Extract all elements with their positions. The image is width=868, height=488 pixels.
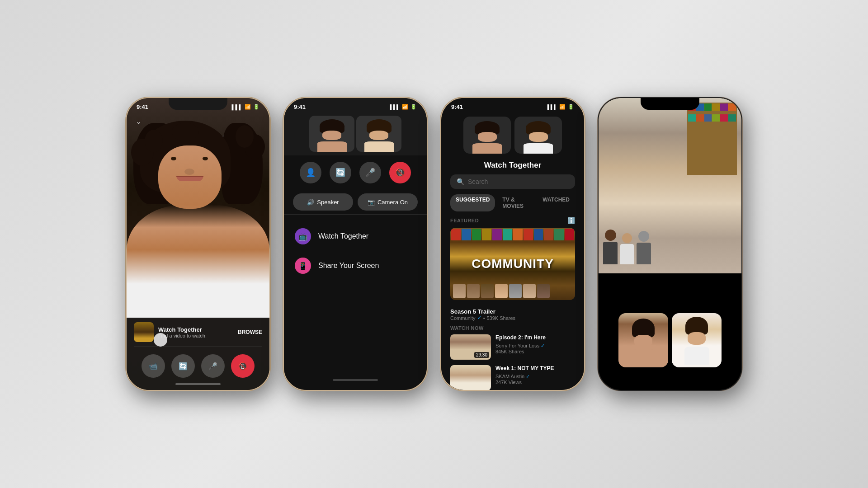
cast-3: [481, 284, 494, 298]
playing-content: [599, 98, 741, 273]
cast-2: [467, 284, 480, 298]
wt-thumbnail: [134, 322, 154, 342]
share-screen-label: Share Your Screen: [318, 262, 379, 270]
wt-browse-button[interactable]: BROWSE: [238, 329, 262, 335]
camera-on-button[interactable]: 📷 Camera On: [358, 193, 418, 211]
battery-3: 🔋: [568, 104, 574, 110]
scene-people: [603, 230, 651, 264]
vid-title-2: Week 1: NOT MY TYPE: [495, 365, 575, 372]
signal-2: ▌▌▌: [390, 104, 400, 109]
ps-head-3: [638, 231, 649, 242]
end-icon-2: 📵: [395, 168, 405, 178]
bookshelves: [687, 103, 737, 175]
thumb-img-2: [450, 365, 491, 390]
phone-3: 9:41 ▌▌▌ 📶 🔋: [440, 97, 585, 391]
pip-face-b: [356, 116, 401, 152]
mute-icon: 🎤: [208, 362, 217, 371]
pip-face-a: [309, 116, 354, 152]
screen-4: [599, 98, 741, 390]
screen-3: 9:41 ▌▌▌ 📶 🔋: [441, 98, 584, 390]
pb-body-2: [364, 141, 394, 152]
status-icons-1: ▌▌▌ 📶 🔋: [232, 104, 259, 110]
add-person-icon: 👤: [306, 168, 316, 178]
playing-bottom: [599, 273, 741, 390]
featured-info: Season 5 Trailer Community ✓ • 539K Shar…: [441, 305, 584, 325]
vid-thumb-1: 29:30: [450, 334, 491, 360]
bottom-bar-1: Watch Together Find a video to watch. BR…: [127, 318, 269, 390]
pip-box-1: [309, 116, 354, 152]
time-2: 9:41: [294, 103, 306, 110]
watch-together-item[interactable]: 📺 Watch Together: [284, 222, 427, 251]
tab-watched[interactable]: WATCHED: [537, 194, 575, 211]
wp-skin-1: [478, 132, 497, 142]
wifi-3: 📶: [559, 104, 566, 110]
ps-body-2: [620, 244, 634, 264]
screen-2: 9:41 ▌▌▌ 📶 🔋: [284, 98, 427, 390]
main-scene: 9:41 ▌▌▌ 📶 🔋 ⌄ 😊: [0, 0, 868, 488]
cast-1: [453, 284, 466, 298]
phone-4: [598, 97, 742, 391]
pb-skin-1: [322, 131, 341, 140]
tab-tv-movies[interactable]: TV & MOVIES: [497, 194, 535, 211]
cast-row: [450, 282, 575, 300]
status-bar-3: 9:41 ▌▌▌ 📶 🔋: [441, 98, 584, 112]
d-pip-body-2: [684, 347, 709, 365]
chevron-icon[interactable]: ⌄: [136, 117, 142, 126]
video-card-1[interactable]: 29:30 Episode 2: I'm Here Sorry For Your…: [441, 334, 584, 365]
share-screen-item[interactable]: 📱 Share Your Screen: [284, 251, 427, 280]
wifi-2: 📶: [402, 104, 408, 110]
cast-7: [537, 284, 550, 298]
community-card[interactable]: COMMUNITY: [450, 228, 575, 300]
end-call-icon: 📵: [238, 362, 247, 371]
verified-1: ✓: [541, 343, 545, 348]
community-meta: Community ✓ • 539K Shares: [450, 315, 575, 321]
search-bar[interactable]: 🔍 Search: [450, 174, 575, 189]
phone-2: 9:41 ▌▌▌ 📶 🔋: [283, 97, 428, 391]
video-icon: 📹: [149, 362, 158, 371]
menu-section: 📺 Watch Together 📱 Share Your Screen: [284, 215, 427, 287]
watch-together-banner[interactable]: Watch Together Find a video to watch. BR…: [134, 322, 262, 342]
wp-body-2: [524, 143, 553, 154]
d-pip-skin-2: [688, 332, 706, 345]
wifi-icon: 📶: [245, 104, 251, 110]
screen-share-icon: 📱: [298, 262, 307, 270]
add-person-button[interactable]: 👤: [300, 162, 321, 183]
info-icon[interactable]: ℹ️: [567, 217, 576, 224]
end-call-2[interactable]: 📵: [389, 162, 411, 183]
mute-button[interactable]: 🎤: [201, 354, 225, 378]
vid-info-1: Episode 2: I'm Here Sorry For Your Loss …: [495, 334, 575, 354]
tab-suggested[interactable]: SUGGESTED: [450, 194, 495, 211]
wt-pip-2: [514, 117, 562, 154]
speaker-label: Speaker: [317, 199, 339, 206]
vid-meta-1: Sorry For Your Loss ✓: [495, 343, 575, 349]
speaker-button[interactable]: 🔊 Speaker: [293, 193, 353, 211]
video-button[interactable]: 📹: [142, 354, 165, 378]
notch-4: [641, 98, 699, 110]
flip-camera-button[interactable]: 🔄: [171, 354, 195, 378]
pb-body-1: [317, 141, 347, 152]
status-bar-1: 9:41 ▌▌▌ 📶 🔋: [127, 98, 269, 112]
duration-1: 29:30: [474, 352, 489, 358]
home-indicator-2: [333, 379, 378, 381]
camera-icon: 📷: [368, 199, 375, 206]
featured-shares: 539K Shares: [486, 315, 515, 321]
vid-shares-1: 845K Shares: [495, 349, 575, 354]
end-call-button[interactable]: 📵: [231, 354, 255, 378]
double-pip: [618, 313, 722, 367]
d-pip-1: [618, 313, 668, 367]
watch-together-icon: 📺: [295, 228, 311, 244]
flip-camera-2[interactable]: 🔄: [330, 162, 351, 183]
signal-3: ▌▌▌: [547, 104, 557, 109]
wp-skin-2: [529, 132, 548, 142]
ps-body-3: [637, 243, 651, 264]
mute-2[interactable]: 🎤: [359, 162, 381, 183]
btn-row-2: 🔊 Speaker 📷 Camera On: [284, 190, 427, 214]
search-icon: 🔍: [457, 178, 464, 185]
video-card-2[interactable]: Week 1: NOT MY TYPE SKAM Austin ✓ 247K V…: [441, 365, 584, 390]
pip-row-2: [284, 112, 427, 155]
status-icons-2: ▌▌▌ 📶 🔋: [390, 104, 417, 110]
d-pip-2: [672, 313, 722, 367]
person-silhouette-1: [603, 230, 618, 264]
d-pip-face-1: [618, 313, 668, 367]
vid-title-1: Episode 2: I'm Here: [495, 334, 575, 342]
